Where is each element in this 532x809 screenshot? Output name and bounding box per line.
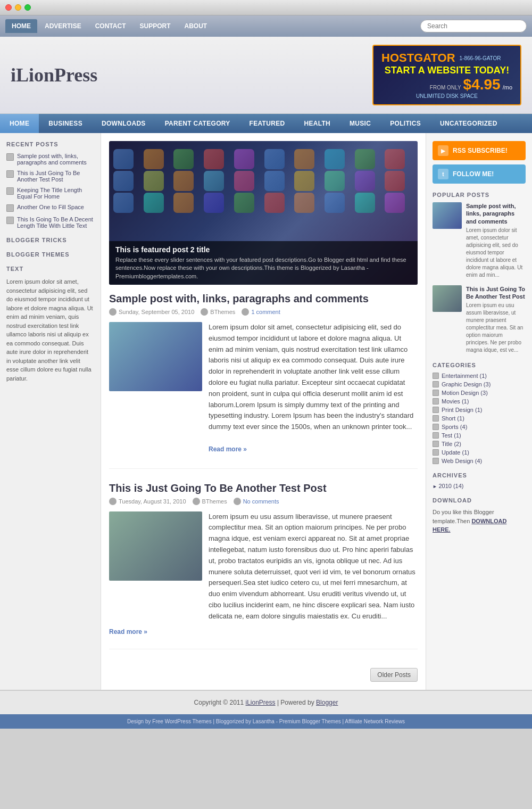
post-title: This is Just Going To Be Another Test Po… [109,482,418,494]
top-nav-support[interactable]: SUPPORT [133,19,177,33]
main-nav-home[interactable]: HOME [0,114,39,133]
archive-item[interactable]: 2010 (14) [433,483,526,489]
blog-post: This is Just Going To Be Another Test Po… [109,482,418,649]
follow-button[interactable]: t FOLLOW ME! [433,164,526,184]
popular-post-thumb [433,202,462,229]
ad-from: FROM ONLY [430,85,461,90]
category-icon [433,424,439,430]
popular-post-info: This is Just Going To Be Another Test Po… [466,285,526,354]
search-input[interactable] [420,20,527,32]
main-nav-featured[interactable]: FEATURED [240,114,295,133]
main-nav-downloads[interactable]: DOWNLOADS [92,114,155,133]
main-nav-health[interactable]: HEALTH [294,114,340,133]
post-body-text: Lorem ipsum dolor sit amet, consectetur … [209,323,413,431]
featured-slider[interactable]: This is featured post 2 title Replace th… [109,141,418,285]
list-item[interactable]: Sample post with, links, paragraphs and … [6,153,94,166]
post-comments-item: 1 comment [242,308,280,316]
popular-posts-title: POPULAR POSTS [433,192,526,198]
category-item[interactable]: Web Design (4) [433,458,526,464]
category-icon [433,432,439,439]
list-item[interactable]: Another One to Fill Space [6,204,94,212]
main-nav-parent-category[interactable]: PARENT CATEGORY [155,114,240,133]
recent-posts-title: RECENT POSTS [6,141,94,147]
author-icon [201,308,208,316]
category-item[interactable]: Motion Design (3) [433,390,526,396]
category-item[interactable]: Sports (4) [433,424,526,430]
category-item[interactable]: Movies (1) [433,398,526,404]
post-title-link[interactable]: This is Just Going To Be Another Test Po… [109,482,327,494]
recent-post-label: This Is Going To Be A Decent Length Titl… [17,216,94,229]
category-item[interactable]: Print Design (1) [433,407,526,413]
main-nav-business[interactable]: BUSINESS [39,114,92,133]
category-icon [433,381,439,387]
minimize-button[interactable] [15,4,21,11]
post-comments-link[interactable]: 1 comment [251,309,280,315]
category-item[interactable]: Update (1) [433,449,526,456]
footer-site-link[interactable]: iLionPress [246,699,276,706]
category-icon [433,449,439,456]
category-icon [433,398,439,404]
slider-caption: This is featured post 2 title Replace th… [109,241,418,285]
post-text: Lorem ipsum dolor sit amet, consectetur … [209,322,418,455]
list-item[interactable]: Keeping The Title Length Equal For Home [6,187,94,200]
popular-post[interactable]: This is Just Going To Be Another Test Po… [433,285,526,354]
popular-post-info: Sample post with, links, paragraphs and … [466,202,526,279]
post-meta: Tuesday, August 31, 2010 BThemes No comm… [109,498,418,505]
main-nav-politics[interactable]: POLITICS [380,114,430,133]
calendar-icon [109,498,117,505]
text-section-title: TEXT [6,266,94,272]
post-image [109,322,202,391]
top-nav-home[interactable]: HOME [5,19,37,33]
calendar-icon [109,308,117,316]
post-author-item: BThemes [201,308,235,316]
post-date-item: Sunday, September 05, 2010 [109,308,194,316]
post-title-link[interactable]: Sample post with, links, paragraphs and … [109,293,369,304]
category-item[interactable]: Entertainment (1) [433,373,526,379]
category-item[interactable]: Test (1) [433,432,526,439]
blogger-themes-title: BLOGGER THEMES [6,251,94,258]
post-meta: Sunday, September 05, 2010 BThemes 1 com… [109,308,418,316]
popular-post-text: Lorem ipsum eu usu assum liberavisse, ut… [466,302,526,354]
post-comments-link[interactable]: No comments [243,498,279,505]
categories-title: CATEGORIES [433,362,526,368]
close-button[interactable] [5,4,12,11]
top-nav-contact[interactable]: CONTACT [89,19,132,33]
maximize-button[interactable] [24,4,31,11]
main-nav-music[interactable]: MUSIC [340,114,380,133]
post-image [109,511,202,581]
main-content: This is featured post 2 title Replace th… [101,133,426,690]
read-more-link[interactable]: Read more » [209,445,247,453]
category-item[interactable]: Short (1) [433,415,526,422]
post-icon [6,187,14,195]
post-body-text: Lorem ipsum eu usu assum liberavisse, ut… [209,513,415,620]
list-item[interactable]: This is Just Going To Be Another Test Po… [6,170,94,183]
post-body: Lorem ipsum dolor sit amet, consectetur … [109,322,418,455]
slider-title: This is featured post 2 title [115,245,411,254]
post-author: BThemes [202,498,227,505]
category-item[interactable]: Title (2) [433,441,526,447]
main-nav-uncategorized[interactable]: UNCATEGORIZED [430,114,507,133]
top-nav-about[interactable]: ABOUT [178,19,213,33]
older-posts-button[interactable]: Older Posts [370,668,418,682]
ad-banner[interactable]: HOSTGATOR 1-866-96-GATOR START A WEBSITE… [372,45,521,105]
rss-subscribe-button[interactable]: ▶ RSS SUBSCRIBE! [433,141,526,160]
category-item[interactable]: Graphic Design (3) [433,381,526,387]
rss-label: RSS SUBSCRIBE! [453,147,508,154]
category-icon [433,407,439,413]
list-item[interactable]: This Is Going To Be A Decent Length Titl… [6,216,94,229]
archives-title: ARCHIVES [433,472,526,478]
category-icon [433,458,439,464]
popular-post[interactable]: Sample post with, links, paragraphs and … [433,202,526,279]
top-nav-advertise[interactable]: ADVERTISE [38,19,88,33]
blogger-tricks-title: BLOGGER TRICKS [6,237,94,243]
footer-engine-link[interactable]: Blogger [316,699,338,706]
footer-bottom: Design by Free WordPress Themes | Bloggo… [0,714,532,729]
ad-tagline: UNLIMITED DISK SPACE [381,93,512,99]
post-text: Lorem ipsum eu usu assum liberavisse, ut… [209,511,418,622]
popular-post-thumb [433,285,462,312]
twitter-icon: t [438,169,448,179]
follow-label: FOLLOW ME! [453,170,494,178]
download-section: Do you like this Blogger template.Then D… [433,508,526,534]
read-more-link[interactable]: Read more » [109,628,147,635]
comment-icon [234,498,241,505]
